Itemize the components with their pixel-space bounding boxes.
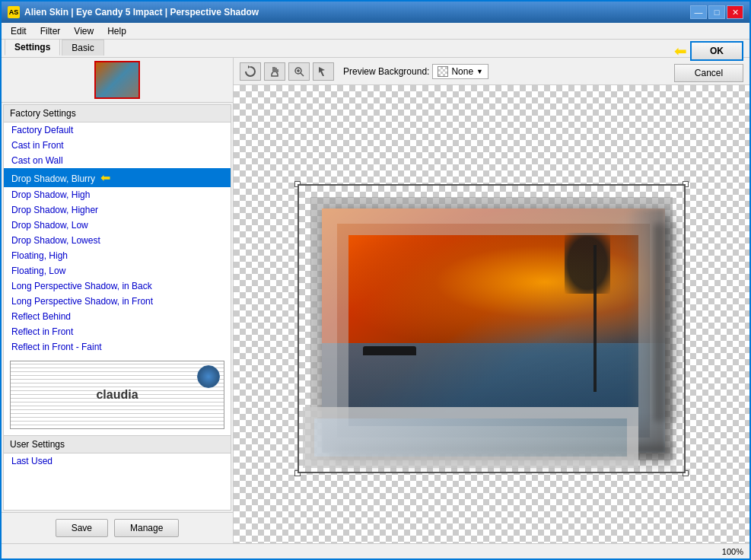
image-preview-box — [298, 184, 686, 473]
rotate-tool-button[interactable] — [240, 62, 261, 81]
list-item-drop-shadow-lowest[interactable]: Drop Shadow, Lowest — [4, 233, 231, 248]
save-button[interactable]: Save — [56, 519, 108, 537]
image-frame — [298, 184, 686, 473]
status-bar: 100% — [2, 543, 749, 558]
menu-bar: Edit Filter View Help — [2, 23, 749, 40]
minimize-button[interactable]: — — [690, 5, 707, 19]
left-panel: Factory Settings Factory Default Cast in… — [2, 58, 234, 543]
tab-settings[interactable]: Settings — [5, 39, 60, 56]
menu-edit[interactable]: Edit — [5, 24, 33, 38]
list-item-floating-low[interactable]: Floating, Low — [4, 263, 231, 278]
toolbar-area: Preview Background: None ▼ — [234, 58, 749, 85]
app-icon: AS — [8, 6, 20, 18]
preview-bg-selector[interactable]: None ▼ — [432, 64, 488, 79]
preview-bg-checker — [438, 66, 448, 77]
list-item-floating-high[interactable]: Floating, High — [4, 248, 231, 263]
svg-marker-5 — [319, 67, 325, 76]
close-button[interactable]: ✕ — [727, 5, 743, 19]
watermark-text: claudia — [96, 388, 138, 402]
perspective-front-frame — [303, 407, 638, 468]
factory-settings-section: Factory Settings Factory Default Cast in… — [2, 103, 233, 512]
menu-view[interactable]: View — [68, 24, 100, 38]
main-area: Factory Settings Factory Default Cast in… — [2, 58, 749, 543]
perspective-fill — [314, 418, 627, 457]
title-bar-left: AS Alien Skin | Eye Candy 5 Impact | Per… — [8, 6, 259, 18]
preview-thumb-inner — [96, 62, 138, 97]
menu-help[interactable]: Help — [101, 24, 132, 38]
ok-pointer-icon: ⬅ — [674, 58, 687, 60]
list-item-reflect-behind[interactable]: Reflect Behind — [4, 309, 231, 324]
list-item-factory-default[interactable]: Factory Default — [4, 123, 231, 138]
preview-bg-label: Preview Background: — [343, 66, 429, 77]
pan-tool-button[interactable] — [264, 62, 285, 81]
right-panel: ⬅ OK Cancel — [234, 58, 749, 543]
list-item-long-persp-front[interactable]: Long Perspective Shadow, in Front — [4, 294, 231, 309]
dropdown-arrow-icon: ▼ — [476, 68, 483, 75]
hand-icon — [269, 65, 281, 78]
arrow-tool-button[interactable] — [313, 62, 334, 81]
menu-filter[interactable]: Filter — [34, 24, 67, 38]
zoom-icon — [293, 65, 305, 78]
rotate-icon — [244, 65, 256, 78]
svg-marker-0 — [248, 65, 250, 68]
preview-bg-value: None — [451, 66, 473, 77]
svg-line-2 — [301, 73, 304, 76]
user-settings-label: User Settings — [4, 435, 231, 453]
zoom-tool-button[interactable] — [288, 62, 310, 81]
list-item-drop-shadow-higher[interactable]: Drop Shadow, Higher — [4, 202, 231, 218]
manage-button[interactable]: Manage — [114, 519, 179, 537]
tab-basic[interactable]: Basic — [62, 40, 103, 56]
zoom-level: 100% — [722, 547, 743, 556]
window-title: Alien Skin | Eye Candy 5 Impact | Perspe… — [24, 7, 259, 18]
title-bar: AS Alien Skin | Eye Candy 5 Impact | Per… — [2, 2, 749, 23]
settings-list[interactable]: Factory Settings Factory Default Cast in… — [3, 104, 231, 511]
list-item-drop-shadow-low[interactable]: Drop Shadow, Low — [4, 218, 231, 233]
canvas-area[interactable] — [234, 85, 749, 543]
globe-icon — [197, 365, 220, 388]
tabs-bar: Settings Basic — [2, 40, 749, 58]
list-item-reflect-front[interactable]: Reflect in Front — [4, 324, 231, 339]
ok-button[interactable]: OK — [690, 58, 743, 61]
preview-thumbnail-area — [2, 58, 233, 103]
list-item-drop-shadow-blurry[interactable]: Drop Shadow, Blurry ⬅ — [4, 168, 231, 187]
pointer-icon: ⬅ — [100, 171, 110, 184]
bottom-buttons: Save Manage — [2, 512, 233, 543]
maximize-button[interactable]: □ — [708, 5, 725, 19]
shadow-container — [299, 186, 684, 472]
watermark-preview: claudia — [10, 361, 224, 429]
list-item-cast-front[interactable]: Cast in Front — [4, 138, 231, 153]
ok-cancel-area: ⬅ OK Cancel — [674, 58, 743, 82]
list-item-long-persp-back[interactable]: Long Perspective Shadow, in Back — [4, 278, 231, 294]
list-item-last-used[interactable]: Last Used — [4, 453, 231, 469]
list-item-drop-shadow-high[interactable]: Drop Shadow, High — [4, 187, 231, 202]
cancel-button[interactable]: Cancel — [674, 64, 743, 82]
list-item-cast-wall[interactable]: Cast on Wall — [4, 153, 231, 168]
shadow-frame-2 — [337, 224, 650, 438]
arrow-icon — [317, 65, 329, 78]
preview-thumbnail — [94, 61, 140, 99]
canvas-content — [298, 184, 686, 473]
factory-settings-label: Factory Settings — [4, 105, 231, 123]
title-bar-controls: — □ ✕ — [690, 5, 743, 19]
main-window: AS Alien Skin | Eye Candy 5 Impact | Per… — [0, 0, 751, 560]
list-item-reflect-front-faint[interactable]: Reflect in Front - Faint — [4, 339, 231, 355]
ext-right-shadow — [654, 224, 684, 422]
